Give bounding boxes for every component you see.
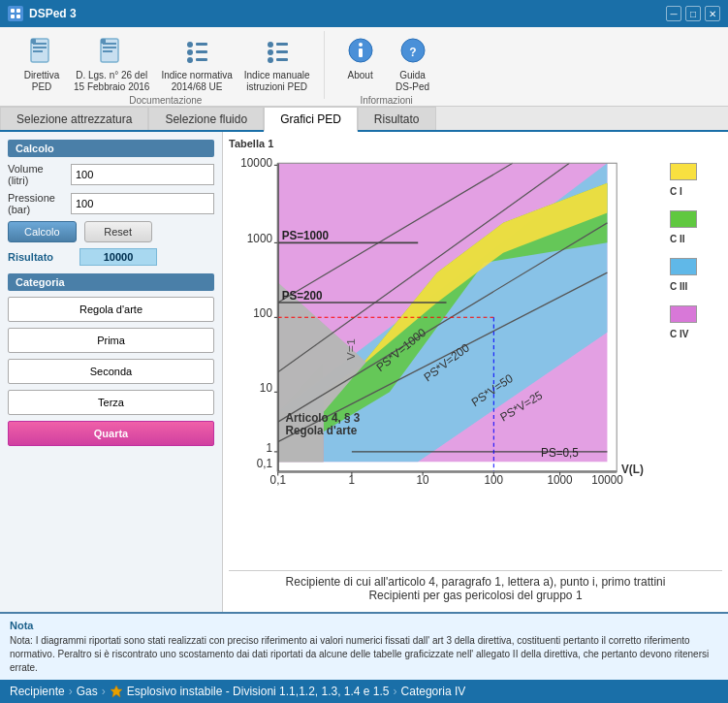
svg-text:1000: 1000 [247, 232, 272, 245]
svg-text:PS=1000: PS=1000 [282, 229, 330, 242]
toolbar-btn-direttiva-ped[interactable]: DirettivaPED [17, 35, 66, 95]
svg-rect-11 [103, 47, 116, 48]
svg-text:PS=0,5: PS=0,5 [541, 446, 579, 460]
tab-selezione-fluido[interactable]: Selezione fluido [148, 107, 264, 130]
svg-text:Regola d'arte: Regola d'arte [286, 424, 358, 437]
cii-label: C II [670, 234, 685, 244]
list-icon [181, 37, 212, 68]
chart-title: Tabella 1 [229, 138, 722, 149]
civ-label: C IV [670, 329, 688, 339]
toolbar-btn-guida[interactable]: ? GuidaDS-Ped [389, 35, 437, 95]
prima-btn[interactable]: Prima [8, 328, 214, 353]
pressione-input[interactable] [71, 193, 214, 214]
chart-legend: C I C II C III C IV [664, 153, 722, 566]
calcolo-button[interactable]: Calcolo [8, 221, 77, 242]
explosive-icon [110, 685, 123, 698]
tab-bar: Selezione attrezzatura Selezione fluido … [0, 107, 728, 132]
terza-btn[interactable]: Terza [8, 390, 214, 415]
svg-text:Articolo 4, § 3: Articolo 4, § 3 [286, 411, 361, 425]
tab-selezione-attrezzatura[interactable]: Selezione attrezzatura [0, 107, 148, 130]
title-bar: DSPed 3 ─ □ ✕ [0, 0, 728, 27]
tab-risultato[interactable]: Risultato [358, 107, 436, 130]
svg-text:10: 10 [260, 381, 272, 395]
svg-point-20 [268, 42, 273, 48]
svg-point-27 [359, 43, 363, 47]
toolbar-btn-indice-normativa[interactable]: Indice normativa2014/68 UE [157, 35, 236, 95]
svg-rect-1 [16, 9, 20, 13]
note-text: Nota: I diagrammi riportati sono stati r… [10, 634, 718, 675]
svg-text:?: ? [409, 46, 416, 59]
note-title: Nota [10, 620, 718, 631]
ci-color [670, 163, 697, 180]
window-controls[interactable]: ─ □ ✕ [666, 6, 720, 21]
risultato-label: Risultato [8, 251, 76, 263]
svg-rect-0 [11, 9, 15, 13]
cii-color [670, 210, 697, 228]
doc-icon [26, 37, 57, 68]
ciii-color [670, 258, 697, 275]
app-icon [8, 6, 23, 21]
direttiva-ped-label: DirettivaPED [24, 70, 60, 93]
guida-label: GuidaDS-Ped [396, 70, 429, 93]
svg-rect-8 [31, 39, 36, 44]
svg-rect-28 [359, 48, 363, 57]
quarta-btn[interactable]: Quarta [8, 421, 214, 446]
indice-manuale-label: Indice manualeistruzioni PED [244, 70, 310, 93]
list2-icon [262, 37, 293, 68]
caption-line1: Recipiente di cui all'articolo 4, paragr… [233, 575, 718, 589]
toolbar-group-info: About ? GuidaDS-Ped Informazioni [327, 31, 447, 99]
toolbar-btn-indice-manuale[interactable]: Indice manualeistruzioni PED [240, 35, 314, 95]
chart-caption: Recipiente di cui all'articolo 4, paragr… [229, 570, 722, 606]
svg-rect-7 [33, 50, 43, 52]
toolbar-btn-d-lgs[interactable]: D. Lgs. n° 26 del15 Febbraio 2016 [70, 35, 153, 95]
legend-civ [670, 305, 697, 323]
volume-row: Volume (litri) [8, 163, 214, 186]
svg-point-21 [268, 49, 273, 55]
risultato-row: Risultato 10000 [8, 248, 214, 266]
volume-label: Volume (litri) [8, 163, 67, 186]
reset-button[interactable]: Reset [84, 221, 152, 242]
svg-point-14 [187, 42, 193, 48]
svg-text:V(L): V(L) [621, 463, 644, 476]
app-title: DSPed 3 [29, 7, 77, 20]
svg-rect-25 [276, 58, 288, 61]
help-icon: ? [397, 37, 428, 68]
svg-rect-18 [196, 50, 207, 53]
svg-point-16 [187, 57, 193, 63]
svg-text:PS=200: PS=200 [282, 289, 323, 303]
breadcrumb-explosive: Esplosivo instabile - Divisioni 1.1,1.2,… [110, 685, 390, 698]
tab-grafici-ped[interactable]: Grafici PED [264, 107, 358, 132]
breadcrumb: Recipiente › Gas › Esplosivo instabile -… [0, 680, 728, 703]
svg-rect-19 [196, 58, 207, 61]
toolbar-btn-about[interactable]: About [336, 35, 385, 83]
breadcrumb-categoria: Categoria IV [401, 685, 466, 698]
note-section: Nota Nota: I diagrammi riportati sono st… [0, 612, 728, 680]
svg-rect-13 [101, 39, 106, 44]
breadcrumb-recipiente: Recipiente [10, 685, 65, 698]
caption-line2: Recipienti per gas pericolosi del gruppo… [233, 589, 718, 602]
legend-ci [670, 163, 697, 180]
doc2-icon [96, 37, 127, 68]
pressione-label: Pressione (bar) [8, 192, 67, 215]
d-lgs-label: D. Lgs. n° 26 del15 Febbraio 2016 [74, 70, 149, 93]
svg-rect-2 [11, 15, 15, 18]
minimize-button[interactable]: ─ [666, 6, 681, 21]
volume-input[interactable] [71, 164, 214, 185]
seconda-btn[interactable]: Seconda [8, 359, 214, 384]
svg-point-22 [268, 57, 273, 63]
close-button[interactable]: ✕ [705, 6, 720, 21]
svg-text:0,1: 0,1 [257, 457, 273, 470]
regola-btn[interactable]: Regola d'arte [8, 297, 214, 322]
about-label: About [348, 70, 373, 81]
svg-text:100: 100 [253, 306, 272, 320]
pressione-row: Pressione (bar) [8, 192, 214, 215]
maximize-button[interactable]: □ [685, 6, 701, 21]
civ-color [670, 305, 697, 323]
calcolo-section-title: Calcolo [8, 140, 214, 157]
chart-container: 10000 1000 100 10 1 0,1 0,1 [229, 153, 722, 566]
chart-svg: 10000 1000 100 10 1 0,1 0,1 [229, 153, 664, 531]
svg-point-15 [187, 49, 193, 55]
info-icon [345, 37, 376, 68]
left-panel: Calcolo Volume (litri) Pressione (bar) C… [0, 132, 223, 612]
svg-rect-6 [33, 47, 47, 48]
